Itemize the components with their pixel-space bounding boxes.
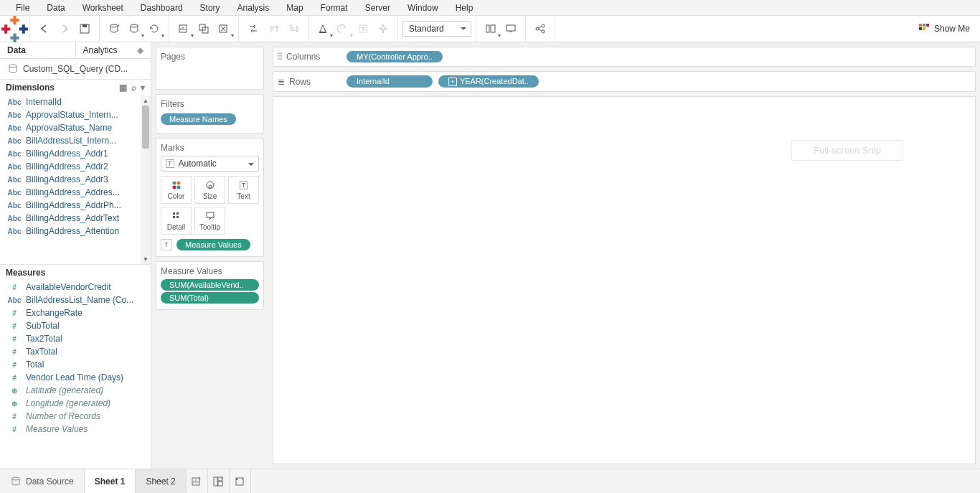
- measures-list: #AvailableVendorCreditAbcBillAddressList…: [0, 281, 151, 436]
- size-icon: [197, 179, 223, 191]
- search-icon[interactable]: ⌕: [131, 83, 136, 93]
- dimension-field[interactable]: AbcBillAddressList_Intern...: [0, 134, 151, 147]
- measure-field[interactable]: #Tax2Total: [0, 332, 151, 345]
- dimension-field[interactable]: AbcBillingAddress_Addr3: [0, 173, 151, 186]
- group-button[interactable]: ▾: [333, 19, 353, 39]
- menu-server[interactable]: Server: [357, 1, 399, 14]
- marks-pill-measure-values[interactable]: Measure Values: [176, 239, 250, 250]
- swap-button[interactable]: [243, 19, 263, 39]
- labels-button[interactable]: T: [353, 19, 373, 39]
- svg-rect-27: [923, 24, 925, 27]
- mv-pill-sum-total[interactable]: SUM(Total): [161, 292, 259, 304]
- scrollbar-thumb[interactable]: [142, 105, 149, 149]
- dimension-field[interactable]: AbcBillingAddress_Addr2: [0, 160, 151, 173]
- pause-updates-button[interactable]: ▾: [124, 19, 144, 39]
- tab-data[interactable]: Data: [0, 42, 76, 58]
- dimension-field[interactable]: AbcBillingAddress_Addres...: [0, 186, 151, 199]
- row-pill-internalid[interactable]: InternalId: [347, 75, 433, 88]
- measure-field[interactable]: #AvailableVendorCredit: [0, 281, 151, 294]
- new-worksheet-tab[interactable]: +: [187, 469, 208, 493]
- mv-pill-sum-avc[interactable]: SUM(AvailableVend..: [161, 279, 259, 291]
- sort-asc-button[interactable]: [263, 19, 283, 39]
- menu-icon[interactable]: ▾: [141, 83, 145, 93]
- show-me-button[interactable]: Show Me: [908, 23, 980, 34]
- new-datasource-button[interactable]: +: [104, 19, 124, 39]
- dimension-field[interactable]: AbcBillingAddress_AddrPh...: [0, 199, 151, 212]
- menu-dashboard[interactable]: Dashboard: [132, 1, 192, 14]
- dimension-field[interactable]: AbcBillingAddress_Addr1: [0, 147, 151, 160]
- new-dashboard-tab[interactable]: +: [208, 469, 230, 493]
- tab-analytics[interactable]: Analytics◆: [76, 42, 151, 58]
- marks-type-dropdown[interactable]: T Automatic: [161, 156, 259, 172]
- measure-field[interactable]: #Measure Values: [0, 423, 151, 436]
- sort-desc-button[interactable]: [283, 19, 303, 39]
- measure-field[interactable]: AbcBillAddressList_Name (Co...: [0, 294, 151, 306]
- dimension-field[interactable]: AbcApprovalStatus_Intern...: [0, 108, 151, 121]
- dimension-field[interactable]: AbcApprovalStatus_Name: [0, 121, 151, 134]
- menu-file[interactable]: File: [7, 1, 38, 14]
- marks-color[interactable]: Color: [161, 176, 192, 204]
- filter-pill-measure-names[interactable]: Measure Names: [161, 113, 236, 125]
- col-pill-controller-appro[interactable]: MY(Controller Appro..: [347, 51, 443, 62]
- abc-icon: Abc: [7, 215, 22, 222]
- menu-worksheet[interactable]: Worksheet: [74, 1, 132, 14]
- measure-field[interactable]: #SubTotal: [0, 319, 151, 332]
- menu-analysis[interactable]: Analysis: [229, 1, 278, 14]
- viz-canvas[interactable]: Full-screen Snip: [273, 96, 976, 464]
- highlight-button[interactable]: ▾: [313, 19, 333, 39]
- scroll-up-icon[interactable]: ▲: [141, 95, 151, 105]
- datasource-item[interactable]: Custom_SQL_Query (CD...: [0, 59, 151, 79]
- menu-window[interactable]: Window: [399, 1, 447, 14]
- scroll-down-icon[interactable]: ▼: [141, 254, 151, 264]
- presentation-button[interactable]: [501, 19, 521, 39]
- scrollbar[interactable]: ▲ ▼: [141, 95, 151, 264]
- fit-dropdown[interactable]: Standard: [402, 21, 471, 37]
- row-pill-year-createddate[interactable]: +YEAR(CreatedDat..: [438, 75, 539, 88]
- svg-text:+: +: [198, 476, 201, 481]
- redo-button[interactable]: [55, 19, 75, 39]
- marks-text[interactable]: TText: [228, 176, 259, 204]
- abc-icon: Abc: [7, 150, 22, 158]
- measure-field[interactable]: #Number of Records: [0, 410, 151, 423]
- svg-rect-40: [173, 216, 175, 218]
- pages-card[interactable]: Pages: [156, 47, 264, 90]
- menu-help[interactable]: Help: [447, 1, 482, 14]
- measure-field[interactable]: #Vendor Lead Time (Days): [0, 371, 151, 384]
- detail-icon: [163, 210, 189, 222]
- duplicate-button[interactable]: [194, 19, 214, 39]
- menu-map[interactable]: Map: [278, 1, 311, 14]
- dimension-field[interactable]: AbcBillingAddress_AddrText: [0, 212, 151, 225]
- marks-tooltip[interactable]: Tooltip: [194, 207, 225, 235]
- measure-field[interactable]: ⊕Longitude (generated): [0, 397, 151, 410]
- sheet-tab-2[interactable]: Sheet 2: [136, 469, 186, 493]
- number-icon: #: [7, 361, 22, 369]
- columns-shelf[interactable]: ⦙⦙⦙Columns MY(Controller Appro..: [273, 47, 976, 67]
- new-worksheet-button[interactable]: ▾: [174, 19, 194, 39]
- dimension-field[interactable]: AbcBillingAddress_Attention: [0, 225, 151, 238]
- dimension-field[interactable]: AbcInternalId: [0, 95, 151, 108]
- datasource-tab[interactable]: Data Source: [0, 469, 85, 493]
- refresh-button[interactable]: ▾: [144, 19, 164, 39]
- filters-card[interactable]: Filters Measure Names: [156, 94, 264, 133]
- share-button[interactable]: [530, 19, 550, 39]
- menu-story[interactable]: Story: [192, 1, 229, 14]
- menu-data[interactable]: Data: [38, 1, 73, 14]
- clear-button[interactable]: ▾: [214, 19, 234, 39]
- measure-field[interactable]: #Total: [0, 358, 151, 371]
- measure-field[interactable]: #TaxTotal: [0, 345, 151, 358]
- view-as-icon[interactable]: ▦: [119, 83, 127, 93]
- tableau-logo-icon[interactable]: [0, 16, 30, 42]
- save-button[interactable]: [75, 19, 95, 39]
- pin-button[interactable]: [373, 19, 393, 39]
- new-story-tab[interactable]: +: [230, 469, 251, 493]
- menu-format[interactable]: Format: [312, 1, 357, 14]
- measure-values-card: Measure Values SUM(AvailableVend.. SUM(T…: [156, 261, 264, 310]
- rows-shelf[interactable]: ≣Rows InternalId +YEAR(CreatedDat..: [273, 71, 976, 92]
- measure-field[interactable]: #ExchangeRate: [0, 306, 151, 319]
- show-cards-button[interactable]: ▾: [481, 19, 501, 39]
- marks-size[interactable]: Size: [194, 176, 225, 204]
- undo-button[interactable]: [34, 19, 55, 39]
- marks-detail[interactable]: Detail: [161, 207, 192, 235]
- measure-field[interactable]: ⊕Latitude (generated): [0, 384, 151, 397]
- sheet-tab-1[interactable]: Sheet 1: [85, 469, 136, 493]
